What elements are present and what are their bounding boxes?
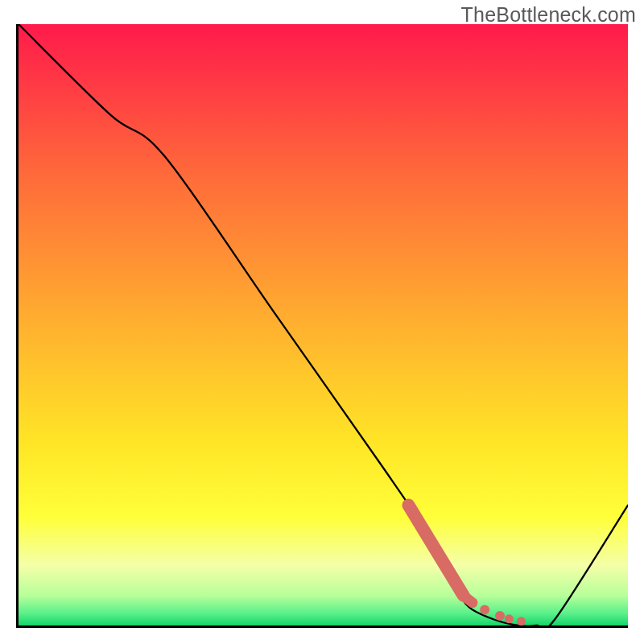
watermark-text: TheBottleneck.com — [461, 3, 636, 27]
accent-solid-segment — [408, 506, 463, 596]
accent-dot — [517, 617, 526, 625]
accent-dot — [480, 605, 489, 615]
chart-wrapper: TheBottleneck.com — [0, 0, 644, 644]
chart-svg — [19, 24, 628, 625]
accent-dot — [467, 597, 477, 608]
bottleneck-curve — [19, 24, 628, 625]
accent-layer — [408, 506, 526, 625]
accent-dot — [495, 611, 505, 621]
curve-layer — [19, 24, 628, 625]
accent-dot — [505, 614, 514, 623]
plot-area — [16, 24, 628, 628]
